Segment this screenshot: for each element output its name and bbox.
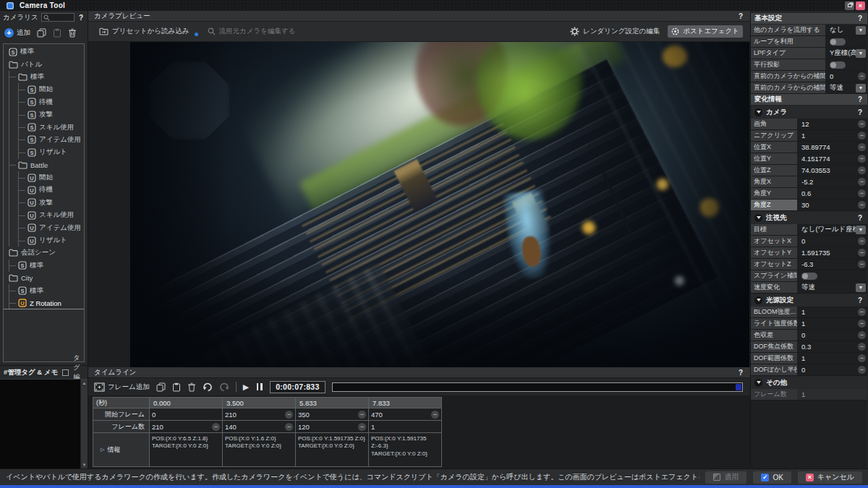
pause-button[interactable] (255, 382, 263, 393)
value-text[interactable]: -6.3 (801, 260, 858, 268)
camera-list-help-button[interactable]: ? (77, 14, 85, 22)
timeline-scrubbar[interactable] (332, 382, 743, 392)
reset-button[interactable]: − (858, 166, 866, 174)
scroll-down-icon[interactable]: ▼ (82, 461, 87, 468)
value-text[interactable]: 38.89774 (801, 143, 858, 151)
post-effect-toggle-button[interactable]: ポストエフェクト (668, 25, 743, 38)
tree-item-19[interactable]: S標準 (4, 284, 84, 296)
tree-item-4[interactable]: S待機 (4, 96, 84, 108)
add-camera-button[interactable]: + 追加 (4, 28, 30, 38)
help-button[interactable]: ? (856, 214, 864, 222)
reset-button[interactable]: − (858, 155, 866, 163)
value-text[interactable]: 1.591735 (801, 249, 858, 257)
paste-frame-button[interactable] (172, 382, 181, 392)
tree-item-7[interactable]: Sアイテム使用 (4, 134, 84, 146)
dropdown-button[interactable]: ▼ (856, 283, 866, 292)
ok-button[interactable]: ✓ OK (753, 471, 791, 484)
value-text[interactable]: 0 (801, 331, 858, 339)
camera-preview-viewport[interactable] (130, 42, 749, 367)
copy-frame-button[interactable] (156, 382, 166, 392)
dropdown-button[interactable]: ▼ (856, 226, 866, 234)
redo-button[interactable] (203, 382, 213, 392)
reset-button[interactable]: − (858, 72, 866, 80)
value-text[interactable]: 0 (801, 237, 858, 245)
dropdown-button[interactable]: ▼ (856, 84, 866, 93)
reset-button[interactable]: − (858, 249, 866, 257)
delete-camera-button[interactable] (68, 28, 77, 38)
apply-button[interactable]: 適用 (705, 471, 746, 484)
tree-item-11[interactable]: U待機 (4, 184, 84, 196)
help-button[interactable]: ? (856, 14, 864, 22)
help-button[interactable]: ? (856, 296, 864, 304)
value-text[interactable]: なし (830, 25, 856, 35)
tree-item-9[interactable]: Battle (4, 159, 84, 171)
add-frame-button[interactable]: フレーム追加 (94, 382, 150, 392)
tree-item-12[interactable]: U攻撃 (4, 197, 84, 209)
value-text[interactable]: 1 (801, 132, 858, 140)
tree-item-2[interactable]: 標準 (4, 71, 84, 83)
reset-button[interactable]: − (212, 423, 220, 431)
value-text[interactable]: 1 (801, 320, 858, 328)
tree-item-3[interactable]: S開始 (4, 83, 84, 95)
dropdown-button[interactable]: ▼ (856, 26, 866, 35)
value-text[interactable]: -5.2 (801, 178, 858, 186)
timeline-start-frame-cell[interactable]: 470− (369, 408, 441, 420)
value-text[interactable]: なし(ワールド座標) (801, 225, 856, 234)
close-window-button[interactable]: × (856, 1, 865, 10)
value-text[interactable]: 1 (801, 308, 858, 316)
restore-window-button[interactable] (845, 1, 854, 10)
reset-button[interactable]: − (858, 343, 866, 351)
tree-item-15[interactable]: Uリザルト (4, 234, 84, 247)
timeline-frame-count-cell[interactable]: 1 (369, 421, 441, 432)
timeline-frame-count-cell[interactable]: 120− (296, 421, 368, 432)
timeline-seconds-cell[interactable]: 3.500 (223, 398, 295, 408)
value-text[interactable]: 4.151774 (801, 155, 858, 163)
value-text[interactable]: 等速 (801, 283, 856, 292)
reset-button[interactable]: − (858, 120, 866, 128)
settings-section-header[interactable]: その他 (751, 377, 867, 388)
tree-item-16[interactable]: 会話シーン (4, 247, 84, 259)
timeline-help-button[interactable]: ? (737, 369, 744, 377)
copy-camera-button[interactable] (37, 28, 46, 38)
reset-button[interactable]: − (858, 331, 866, 339)
reset-button[interactable]: − (858, 260, 866, 268)
paste-camera-button[interactable] (53, 28, 61, 38)
reset-button[interactable]: − (858, 143, 866, 151)
timeline-row-header-info[interactable]: ▷情報 (93, 433, 149, 466)
timeline-start-frame-cell[interactable]: 0 (150, 408, 222, 420)
cancel-button[interactable]: × キャンセル (798, 471, 862, 484)
toggle-switch[interactable] (830, 61, 846, 69)
timeline-seconds-cell[interactable]: 5.833 (296, 398, 368, 408)
load-preset-button[interactable]: プリセットから読み込み (95, 25, 193, 38)
value-text[interactable]: 30 (801, 201, 858, 209)
tree-item-1[interactable]: バトル (4, 58, 84, 70)
dropdown-button[interactable]: ▼ (856, 49, 866, 58)
delete-frame-button[interactable] (187, 382, 196, 392)
reset-button[interactable]: − (358, 423, 366, 431)
tag-edit-checkbox[interactable] (62, 369, 69, 376)
reset-button[interactable]: − (285, 411, 293, 419)
reset-button[interactable]: − (431, 411, 439, 419)
tree-item-0[interactable]: S標準 (4, 46, 84, 58)
playhead[interactable] (736, 384, 741, 390)
help-button[interactable]: ? (856, 95, 864, 103)
tree-item-5[interactable]: S攻撃 (4, 108, 84, 121)
timeline-frame-count-cell[interactable]: 210− (150, 421, 222, 432)
reset-button[interactable]: − (858, 201, 866, 209)
value-text[interactable]: 0.3 (801, 343, 858, 351)
reset-button[interactable]: − (358, 411, 366, 419)
edit-source-camera-button[interactable]: 流用元カメラを編集する (204, 25, 299, 38)
tree-item-6[interactable]: Sスキル使用 (4, 121, 84, 133)
play-button[interactable]: ▶ (243, 383, 249, 391)
scroll-up-icon[interactable]: ▲ (82, 380, 87, 387)
toggle-switch[interactable] (801, 273, 817, 280)
memo-textarea[interactable]: ▲ ▼ (0, 379, 88, 468)
value-text[interactable]: 12 (801, 120, 858, 128)
camera-list-search-input[interactable] (41, 13, 75, 22)
tree-item-13[interactable]: Uスキル使用 (4, 209, 84, 221)
timeline-start-frame-cell[interactable]: 350− (296, 408, 368, 420)
reset-button[interactable]: − (858, 237, 866, 245)
reset-button[interactable]: − (858, 366, 866, 374)
reset-button[interactable]: − (858, 132, 866, 140)
reset-button[interactable]: − (858, 178, 866, 186)
